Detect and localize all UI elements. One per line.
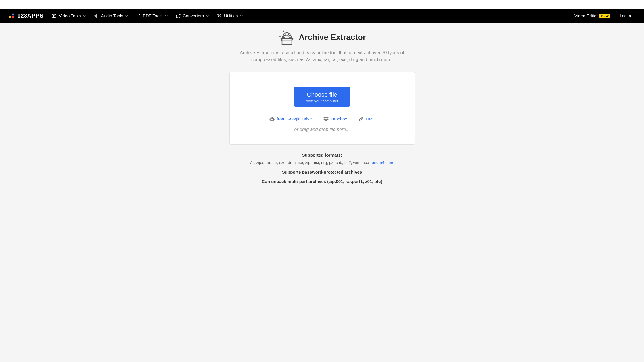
svg-point-0 <box>12 13 14 15</box>
header-right: Video Editor NEW Log In <box>574 11 635 20</box>
converters-icon <box>176 13 181 18</box>
page-description: Archive Extractor is a small and easy on… <box>239 49 405 63</box>
source-links: from Google Drive Dropbox <box>269 116 375 121</box>
choose-file-label: Choose file <box>307 91 337 98</box>
feature-password: Supports password-protected archives <box>282 170 362 174</box>
formats-text: 7z, zipx, rar, tar, exe, dmg, iso, zip, … <box>250 160 369 165</box>
new-badge: NEW <box>599 14 610 18</box>
upload-card: Choose file from your computer from Goog… <box>229 72 415 145</box>
drag-drop-text: or drag and drop file here... <box>294 127 350 132</box>
title-section: Archive Extractor <box>278 30 366 45</box>
nav-converters[interactable]: Converters <box>176 13 209 18</box>
video-icon <box>51 13 57 18</box>
logo[interactable]: 123APPS <box>9 12 43 19</box>
nav-label: Utilities <box>224 13 238 18</box>
chevron-down-icon <box>125 14 128 17</box>
logo-dots-icon <box>9 13 15 18</box>
formats-list: 7z, zipx, rar, tar, exe, dmg, iso, zip, … <box>250 160 394 165</box>
nav-pdf-tools[interactable]: PDF Tools <box>136 13 168 18</box>
svg-point-9 <box>218 14 218 15</box>
nav-label: PDF Tools <box>143 13 163 18</box>
nav-label: Audio Tools <box>101 13 123 18</box>
video-editor-link[interactable]: Video Editor NEW <box>574 13 610 18</box>
nav-video-tools[interactable]: Video Tools <box>51 13 86 18</box>
feature-multipart: Can unpack multi-part archives (zip.001,… <box>262 179 382 184</box>
chevron-down-icon <box>240 14 243 17</box>
main-content: Archive Extractor Archive Extractor is a… <box>0 23 644 184</box>
nav-label: Video Tools <box>59 13 81 18</box>
nav-audio-tools[interactable]: Audio Tools <box>94 13 128 18</box>
google-drive-icon <box>269 117 275 121</box>
dropbox-icon <box>323 117 329 121</box>
chevron-down-icon <box>206 14 209 17</box>
video-editor-label: Video Editor <box>574 13 598 18</box>
dropbox-label: Dropbox <box>331 116 347 121</box>
main-header: 123APPS Video Tools <box>0 9 644 23</box>
supported-formats-label: Supported formats: <box>302 153 342 157</box>
top-white-bar <box>0 0 644 9</box>
url-label: URL <box>366 116 375 121</box>
pdf-icon <box>136 13 141 18</box>
svg-point-1 <box>9 16 11 18</box>
choose-file-sublabel: from your computer <box>306 99 338 103</box>
utilities-icon <box>217 13 222 18</box>
nav-utilities[interactable]: Utilities <box>217 13 243 18</box>
more-formats-link[interactable]: and 54 more <box>372 160 394 165</box>
link-icon <box>359 117 364 121</box>
header-left: 123APPS Video Tools <box>9 12 243 19</box>
page-title: Archive Extractor <box>299 33 366 42</box>
audio-icon <box>94 13 99 18</box>
info-section: Supported formats: 7z, zipx, rar, tar, e… <box>250 153 394 184</box>
svg-point-11 <box>282 34 282 34</box>
google-drive-label: from Google Drive <box>277 116 312 121</box>
choose-file-button[interactable]: Choose file from your computer <box>294 87 350 107</box>
login-button[interactable]: Log In <box>616 11 635 20</box>
logo-text: 123APPS <box>17 12 43 19</box>
url-link[interactable]: URL <box>359 116 375 121</box>
archive-extractor-icon <box>278 30 296 45</box>
chevron-down-icon <box>165 14 168 17</box>
chevron-down-icon <box>83 14 86 17</box>
nav-label: Converters <box>183 13 204 18</box>
svg-point-10 <box>220 14 221 15</box>
svg-point-2 <box>12 16 14 18</box>
google-drive-link[interactable]: from Google Drive <box>269 116 312 121</box>
dropbox-link[interactable]: Dropbox <box>323 116 347 121</box>
